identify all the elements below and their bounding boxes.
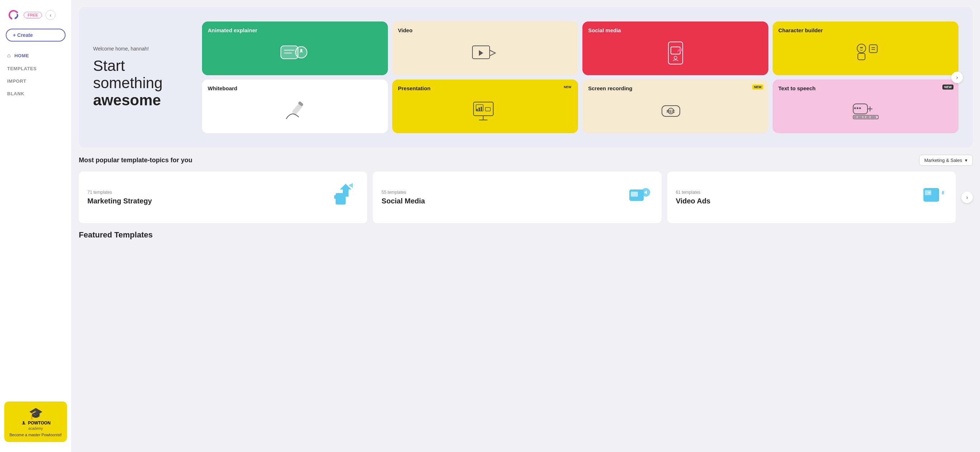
creation-cards-grid: Animated explainer Video xyxy=(202,21,959,133)
text-to-speech-illustration xyxy=(778,94,953,127)
hero-headline: Start something awesome xyxy=(93,57,193,109)
svg-point-5 xyxy=(296,46,307,58)
sidebar: FREE ‹ + Create ⌂ HOME TEMPLATES IMPORT … xyxy=(0,0,72,452)
card-social-media-label: Social media xyxy=(588,27,762,33)
sidebar-item-import-label: IMPORT xyxy=(7,78,27,84)
svg-point-15 xyxy=(860,47,861,48)
topic-card-social-media[interactable]: 55 templates Social Media xyxy=(373,172,661,223)
svg-point-13 xyxy=(679,48,682,52)
svg-text:REC: REC xyxy=(667,109,675,113)
card-animated-explainer[interactable]: Animated explainer xyxy=(202,21,388,75)
topic-img-social xyxy=(627,182,653,212)
welcome-message: Welcome home, hannah! xyxy=(93,46,193,52)
svg-point-37 xyxy=(859,107,861,109)
topic-name-video: Video Ads xyxy=(676,197,921,205)
svg-rect-30 xyxy=(481,107,482,111)
sidebar-item-import[interactable]: IMPORT xyxy=(0,75,71,88)
svg-rect-41 xyxy=(863,116,865,118)
presentation-illustration xyxy=(398,94,573,127)
svg-rect-48 xyxy=(631,192,638,197)
card-text-to-speech-label: Text to speech xyxy=(778,85,953,91)
svg-point-6 xyxy=(300,49,302,51)
back-button[interactable]: ‹ xyxy=(46,10,56,20)
hero-next-arrow[interactable]: › xyxy=(951,72,963,83)
powtoon-logo-icon xyxy=(7,9,20,21)
academy-cta: Become a master Powtoonist! xyxy=(9,433,62,437)
card-text-to-speech[interactable]: Text to speech NEW xyxy=(773,80,959,133)
card-presentation[interactable]: Presentation NEW xyxy=(392,80,578,133)
svg-point-35 xyxy=(854,107,856,109)
svg-rect-29 xyxy=(479,107,480,111)
card-video-label: Video xyxy=(398,27,573,33)
sidebar-item-blank[interactable]: BLANK xyxy=(0,88,71,100)
sidebar-item-templates-label: TEMPLATES xyxy=(7,66,37,71)
filter-label: Marketing & Sales xyxy=(924,158,963,163)
svg-rect-25 xyxy=(485,107,490,111)
topic-info-video: 61 templates Video Ads xyxy=(676,190,921,205)
screen-recording-illustration: REC xyxy=(588,94,762,127)
academy-hat-icon: 🎓 xyxy=(9,406,62,420)
svg-rect-17 xyxy=(858,53,865,60)
animated-explainer-illustration xyxy=(208,36,382,70)
card-presentation-label: Presentation xyxy=(398,85,573,91)
svg-rect-39 xyxy=(854,116,857,118)
topic-count-social: 55 templates xyxy=(382,190,627,195)
topic-name-social: Social Media xyxy=(382,197,627,205)
templates-section-title: Most popular template-topics for you xyxy=(79,156,192,164)
chevron-right-icon: › xyxy=(956,75,958,80)
svg-rect-53 xyxy=(942,191,944,194)
card-social-media[interactable]: Social media xyxy=(582,21,768,75)
card-video[interactable]: Video xyxy=(392,21,578,75)
sidebar-item-home-label: HOME xyxy=(14,53,29,58)
card-character-builder[interactable]: Character builder xyxy=(773,21,959,75)
card-screen-recording-label: Screen recording xyxy=(588,85,762,91)
svg-rect-28 xyxy=(476,109,478,111)
chevron-down-icon: ▾ xyxy=(965,158,967,163)
topic-count-marketing: 71 templates xyxy=(88,190,333,195)
card-animated-explainer-label: Animated explainer xyxy=(208,27,382,33)
svg-rect-40 xyxy=(858,116,862,118)
svg-point-12 xyxy=(674,56,677,59)
topic-cards-row: 71 templates Marketing Strategy 55 templ… xyxy=(79,172,973,223)
topic-card-video-ads[interactable]: 61 templates Video Ads xyxy=(667,172,956,223)
templates-section: Most popular template-topics for you Mar… xyxy=(72,155,980,230)
topic-name-marketing: Marketing Strategy xyxy=(88,197,333,205)
sidebar-item-home[interactable]: ⌂ HOME xyxy=(0,49,71,62)
whiteboard-illustration xyxy=(208,94,382,127)
topic-info-marketing: 71 templates Marketing Strategy xyxy=(88,190,333,205)
card-character-builder-label: Character builder xyxy=(778,27,953,33)
create-button[interactable]: + Create xyxy=(6,29,65,41)
svg-rect-42 xyxy=(866,116,870,118)
academy-subtitle: academy xyxy=(9,427,62,431)
topic-img-marketing xyxy=(333,182,358,212)
topic-card-marketing-strategy[interactable]: 71 templates Marketing Strategy xyxy=(79,172,367,223)
svg-rect-45 xyxy=(334,195,337,199)
templates-section-header: Most popular template-topics for you Mar… xyxy=(79,155,973,166)
hero-headline-bold: awesome xyxy=(93,92,193,109)
card-whiteboard[interactable]: Whiteboard xyxy=(202,80,388,133)
topic-info-social: 55 templates Social Media xyxy=(382,190,627,205)
featured-section: Featured Templates xyxy=(72,230,980,245)
chevron-left-icon: ‹ xyxy=(50,12,52,18)
sidebar-item-blank-label: BLANK xyxy=(7,91,24,96)
svg-point-16 xyxy=(861,47,863,48)
sidebar-item-templates[interactable]: TEMPLATES xyxy=(0,62,71,75)
chevron-right-arrow-icon: › xyxy=(966,194,968,200)
free-badge[interactable]: FREE xyxy=(24,12,42,18)
video-illustration xyxy=(398,36,573,70)
topics-next-arrow[interactable]: › xyxy=(961,192,973,203)
svg-marker-9 xyxy=(479,50,483,56)
category-filter-dropdown[interactable]: Marketing & Sales ▾ xyxy=(919,155,973,166)
pencil-icon xyxy=(21,420,27,426)
sidebar-nav: ⌂ HOME TEMPLATES IMPORT BLANK xyxy=(0,49,71,100)
featured-title: Featured Templates xyxy=(72,230,980,245)
academy-card[interactable]: 🎓 POWTOON academy Become a master Powtoo… xyxy=(4,401,67,442)
character-builder-illustration xyxy=(778,36,953,70)
hero-section: Welcome home, hannah! Start something aw… xyxy=(79,7,973,148)
svg-point-14 xyxy=(857,44,866,53)
topic-count-video: 61 templates xyxy=(676,190,921,195)
card-screen-recording[interactable]: Screen recording NEW REC xyxy=(582,80,768,133)
svg-point-36 xyxy=(856,107,858,109)
social-media-illustration xyxy=(588,36,762,70)
logo-area: FREE ‹ xyxy=(0,6,71,29)
